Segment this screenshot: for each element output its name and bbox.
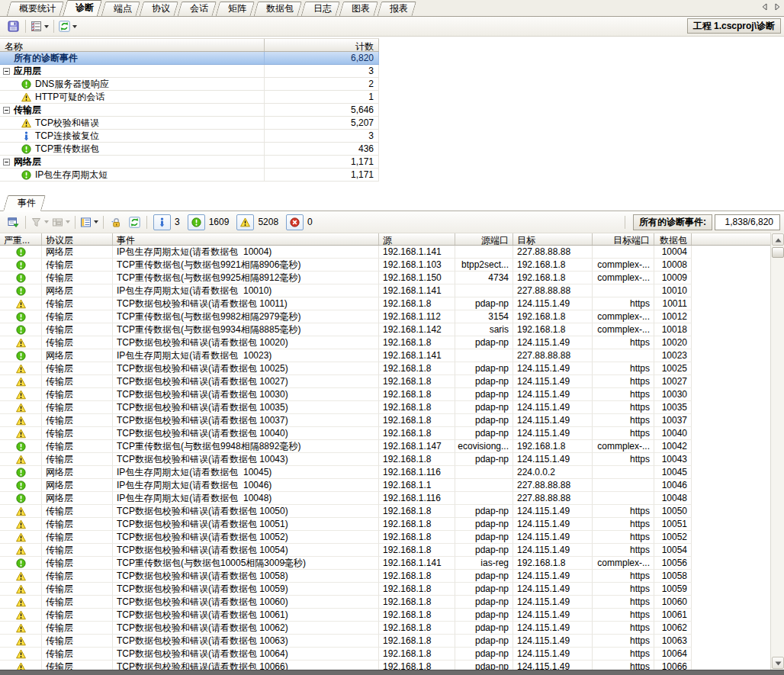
event-row[interactable]: 传输层TCP数据包校验和错误(请看数据包 10061)192.168.1.8pd… [0,609,770,622]
event-row[interactable]: 传输层TCP数据包校验和错误(请看数据包 10064)192.168.1.8pd… [0,648,770,661]
severity-cell [0,297,42,310]
event-row[interactable]: 网络层IP包生存周期太短(请看数据包 10004)192.168.1.14122… [0,246,770,259]
tab-events[interactable]: 事件 [8,195,46,211]
event-row[interactable]: 传输层TCP数据包校验和错误(请看数据包 10043)192.168.1.8pd… [0,453,770,466]
event-row[interactable]: 网络层IP包生存周期太短(请看数据包 10023)192.168.1.14122… [0,349,770,362]
display-fields-button[interactable] [29,18,50,35]
event-row[interactable]: 网络层IP包生存周期太短(请看数据包 10046)192.168.1.1227.… [0,479,770,492]
event-row[interactable]: 传输层TCP重传数据包(与数据包9921相隔8906毫秒)192.168.1.1… [0,259,770,272]
event-row[interactable]: 传输层TCP数据包校验和错误(请看数据包 10052)192.168.1.8pd… [0,531,770,544]
view-tab-bar: 概要统计诊断端点协议会话矩阵数据包日志图表报表 [0,0,784,17]
event-row[interactable]: 传输层TCP数据包校验和错误(请看数据包 10062)192.168.1.8pd… [0,622,770,635]
tab-scroll-left-icon[interactable] [761,3,768,11]
vertical-scrollbar[interactable] [770,233,784,670]
scrollbar-thumb[interactable] [772,247,784,258]
event-row[interactable]: 传输层TCP重传数据包(与数据包9948相隔8892毫秒)192.168.1.1… [0,440,770,453]
summary-row[interactable]: TCP重传数据包436 [0,143,379,156]
summary-row[interactable]: 传输层5,646 [0,104,379,117]
event-row[interactable]: 传输层TCP数据包校验和错误(请看数据包 10037)192.168.1.8pd… [0,414,770,427]
refresh-button[interactable] [125,214,143,230]
tab-概要统计[interactable]: 概要统计 [11,2,64,16]
target-cell: 124.115.1.49 [513,427,593,440]
event-row[interactable]: 传输层TCP数据包校验和错误(请看数据包 10035)192.168.1.8pd… [0,401,770,414]
summary-row[interactable]: 应用层3 [0,65,379,78]
event-row[interactable]: 传输层TCP重传数据包(与数据包9925相隔8912毫秒)192.168.1.1… [0,272,770,284]
warning-yellow-icon [21,92,31,102]
top-toolbar-buttons [4,18,79,35]
tab-scroll-right-icon[interactable] [774,3,781,11]
locate-icon [52,217,63,228]
column-settings-button[interactable] [79,214,100,230]
event-row[interactable]: 传输层TCP数据包校验和错误(请看数据包 10059)192.168.1.8pd… [0,583,770,596]
summary-row[interactable]: HTTP可疑的会话1 [0,91,379,104]
event-row[interactable]: 网络层IP包生存周期太短(请看数据包 10010)192.168.1.14122… [0,284,770,297]
event-row[interactable]: 传输层TCP数据包校验和错误(请看数据包 10051)192.168.1.8pd… [0,518,770,531]
target-cell: 227.88.88.88 [513,492,593,505]
tab-协议[interactable]: 协议 [143,2,178,16]
event-row[interactable]: 网络层IP包生存周期太短(请看数据包 10045)192.168.1.11622… [0,466,770,479]
column-header-layer[interactable]: 协议层 [42,233,113,245]
tab-矩阵[interactable]: 矩阵 [220,2,255,16]
target-port-cell [593,466,654,479]
column-header-dst[interactable]: 目标 [513,233,593,245]
tab-诊断[interactable]: 诊断 [67,0,102,16]
collapse-minus-icon[interactable] [3,159,10,166]
event-row[interactable]: 传输层TCP数据包校验和错误(请看数据包 10050)192.168.1.8pd… [0,505,770,518]
summary-row[interactable]: TCP校验和错误5,207 [0,117,379,130]
collapse-minus-icon[interactable] [3,68,10,75]
event-row[interactable]: 传输层TCP数据包校验和错误(请看数据包 10040)192.168.1.8pd… [0,427,770,440]
event-cell: IP包生存周期太短(请看数据包 10004) [113,246,379,259]
event-row[interactable]: 传输层TCP数据包校验和错误(请看数据包 10058)192.168.1.8pd… [0,570,770,583]
tab-端点[interactable]: 端点 [105,2,140,16]
notice-filter-toggle[interactable] [188,214,205,230]
summary-row[interactable]: TCP连接被复位3 [0,130,379,143]
column-header-dport[interactable]: 目标端口 [593,233,654,245]
lock-scroll-button[interactable] [107,214,125,230]
event-row[interactable]: 传输层TCP数据包校验和错误(请看数据包 10020)192.168.1.8pd… [0,336,770,349]
scroll-down-button[interactable] [772,657,784,669]
summary-row[interactable]: 网络层1,171 [0,156,379,169]
event-row[interactable]: 传输层TCP重传数据包(与数据包9982相隔2979毫秒)192.168.1.1… [0,310,770,323]
column-header-sev[interactable]: 严重... [0,233,42,245]
event-row[interactable]: 传输层TCP数据包校验和错误(请看数据包 10011)192.168.1.8pd… [0,297,770,310]
information-filter-toggle[interactable] [153,214,171,230]
event-row[interactable]: 传输层TCP重传数据包(与数据包9934相隔8885毫秒)192.168.1.1… [0,323,770,336]
summary-row[interactable]: IP包生存周期太短1,171 [0,169,379,182]
column-header-name[interactable]: 名称 [0,39,265,51]
tab-日志[interactable]: 日志 [305,2,340,16]
warning-filter-toggle[interactable] [236,214,254,230]
source-port-cell: btpp2sect... [455,259,513,272]
column-header-sport[interactable]: 源端口 [455,233,513,245]
event-row[interactable]: 传输层TCP数据包校验和错误(请看数据包 10030)192.168.1.8pd… [0,388,770,401]
collapse-minus-icon[interactable] [3,107,10,114]
event-row[interactable]: 传输层TCP数据包校验和错误(请看数据包 10063)192.168.1.8pd… [0,635,770,648]
warning-yellow-icon [21,118,31,128]
event-row[interactable]: 传输层TCP重传数据包(与数据包10005相隔3009毫秒)192.168.1.… [0,557,770,570]
horizontal-scrollbar[interactable] [0,670,784,675]
save-button[interactable] [4,18,22,35]
event-row[interactable]: 网络层IP包生存周期太短(请看数据包 10048)192.168.1.11622… [0,492,770,505]
event-row[interactable]: 传输层TCP数据包校验和错误(请看数据包 10025)192.168.1.8pd… [0,362,770,375]
filler-cell [692,284,770,297]
warning-yellow-icon [16,519,26,529]
column-header-count[interactable]: 计数 [265,39,379,51]
event-row[interactable]: 传输层TCP数据包校验和错误(请看数据包 10027)192.168.1.8pd… [0,375,770,388]
protocol-layer-cell: 传输层 [42,622,113,635]
event-row[interactable]: 传输层TCP数据包校验和错误(请看数据包 10054)192.168.1.8pd… [0,544,770,557]
warning-yellow-icon [16,364,26,374]
error-filter-toggle[interactable] [286,214,304,230]
tab-会话[interactable]: 会话 [182,2,217,16]
column-header-event[interactable]: 事件 [113,233,379,245]
event-row[interactable]: 传输层TCP数据包校验和错误(请看数据包 10060)192.168.1.8pd… [0,596,770,609]
refresh-button[interactable] [57,18,79,35]
target-cell: 124.115.1.49 [513,622,593,635]
tab-图表[interactable]: 图表 [343,2,378,16]
tab-数据包[interactable]: 数据包 [258,2,302,16]
column-header-pkt[interactable]: 数据包 [654,233,692,245]
export-button[interactable] [4,214,22,230]
scroll-up-button[interactable] [772,233,784,246]
tab-报表[interactable]: 报表 [381,2,416,16]
column-header-src[interactable]: 源 [379,233,455,245]
summary-row[interactable]: DNS服务器慢响应2 [0,78,379,91]
summary-row[interactable]: 所有的诊断事件6,820 [0,52,379,65]
